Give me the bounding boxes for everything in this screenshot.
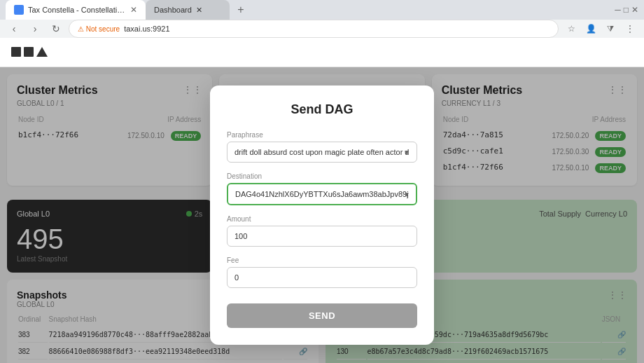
destination-input[interactable]: [227, 183, 417, 205]
address-bar[interactable]: ⚠ Not secure taxai.us:9921: [69, 20, 559, 38]
paraphrase-select[interactable]: drift doll absurd cost upon magic plate …: [227, 142, 417, 163]
tab2-close[interactable]: ✕: [196, 6, 202, 15]
bookmark-icon[interactable]: ☆: [563, 20, 580, 37]
fee-input[interactable]: [227, 267, 417, 288]
browser-chrome: Tax Constella - Constellation M... ✕ Das…: [0, 0, 644, 36]
forward-button[interactable]: ›: [27, 20, 43, 37]
fee-field-group: Fee: [227, 256, 417, 288]
back-button[interactable]: ‹: [6, 20, 22, 37]
amount-input[interactable]: [227, 226, 417, 247]
browser-tabs: Tax Constella - Constellation M... ✕ Das…: [0, 0, 644, 20]
maximize-button[interactable]: □: [624, 5, 629, 15]
modal-overlay: Send DAG Paraphrase drift doll absurd co…: [0, 67, 644, 363]
menu-icon[interactable]: ⋮: [622, 20, 638, 37]
close-window-button[interactable]: ✕: [631, 5, 638, 15]
modal-title: Send DAG: [227, 102, 417, 117]
send-button[interactable]: SEND: [227, 303, 417, 328]
tab2-title: Dashboard: [154, 6, 192, 14]
browser-nav-icons: ☆ 👤 ⧩ ⋮: [563, 20, 638, 37]
app-header: [0, 36, 644, 67]
paraphrase-select-wrapper: drift doll absurd cost upon magic plate …: [227, 142, 417, 163]
fee-label: Fee: [227, 256, 417, 264]
logo-square1: [11, 47, 21, 57]
destination-select-wrapper: ▼: [227, 183, 417, 205]
tab1-favicon: [14, 5, 24, 15]
extensions-icon[interactable]: ⧩: [602, 20, 619, 37]
minimize-button[interactable]: ─: [615, 5, 621, 15]
paraphrase-field-group: Paraphrase drift doll absurd cost upon m…: [227, 131, 417, 163]
main-content: Cluster Metrics ⋮⋮ GLOBAL L0 / 1 Node ID…: [0, 67, 644, 363]
tab1-close[interactable]: ✕: [130, 5, 137, 15]
app-logo: [11, 47, 48, 57]
browser-tab-2[interactable]: Dashboard ✕: [146, 0, 230, 20]
destination-field-group: Destination ▼: [227, 172, 417, 205]
tab1-title: Tax Constella - Constellation M...: [28, 6, 126, 14]
logo-triangle: [36, 47, 48, 57]
profile-icon[interactable]: 👤: [582, 20, 599, 37]
send-dag-modal: Send DAG Paraphrase drift doll absurd co…: [210, 85, 434, 345]
browser-tab-1[interactable]: Tax Constella - Constellation M... ✕: [6, 0, 146, 20]
reload-button[interactable]: ↻: [48, 20, 64, 37]
browser-nav: ‹ › ↻ ⚠ Not secure taxai.us:9921 ☆ 👤 ⧩ ⋮: [0, 20, 644, 38]
address-text: taxai.us:9921: [124, 25, 169, 33]
destination-label: Destination: [227, 172, 417, 180]
amount-label: Amount: [227, 215, 417, 223]
new-tab-button[interactable]: +: [232, 1, 249, 18]
logo-square2: [24, 47, 34, 57]
amount-field-group: Amount: [227, 215, 417, 247]
paraphrase-label: Paraphrase: [227, 131, 417, 139]
security-warning: ⚠ Not secure: [78, 25, 120, 33]
